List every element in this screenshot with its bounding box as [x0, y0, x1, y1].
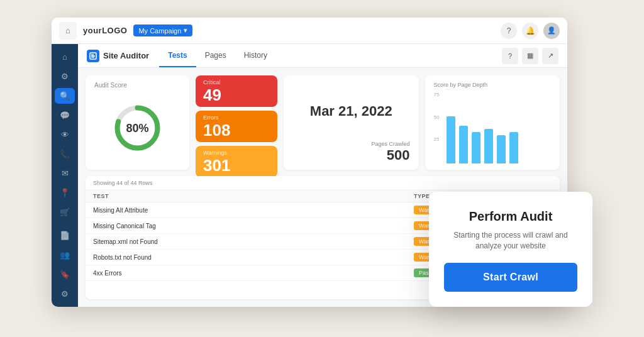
bar-rect-2 — [459, 126, 468, 163]
errors-tile: Errors 108 — [196, 111, 277, 142]
bar-rect-5 — [497, 135, 506, 163]
sidebar-item-home[interactable]: ⌂ — [55, 49, 75, 65]
row-1-test: Missing Alt Attribute — [93, 207, 414, 214]
site-auditor-icon — [87, 50, 99, 62]
sub-nav-tabs: Tests Pages History — [159, 44, 276, 67]
notifications-button[interactable]: 🔔 — [522, 23, 538, 39]
sidebar-item-search[interactable]: 🔍 — [55, 88, 75, 104]
grid-action-button[interactable]: ▦ — [522, 48, 538, 64]
campaign-label: My Campaign — [138, 27, 181, 35]
home-nav-icon: ⌂ — [62, 52, 67, 62]
chat-nav-icon: 💬 — [60, 111, 70, 120]
chart-title: Score by Page Depth — [434, 82, 552, 88]
sidebar-item-chat[interactable]: 💬 — [55, 108, 75, 123]
bar-rect-3 — [472, 132, 480, 163]
metric-tiles: Critical 49 Errors 108 Warnings 301 — [196, 75, 277, 170]
sub-nav-actions: ? ▦ ↗ — [502, 48, 558, 64]
sidebar-item-mail[interactable]: ✉ — [55, 166, 75, 182]
users-nav-icon: 👥 — [60, 250, 70, 260]
screenshot-wrapper: ⌂ yourLOGO My Campaign ▾ ? 🔔 👤 — [52, 18, 592, 319]
perform-audit-title: Perform Audit — [469, 209, 553, 224]
warnings-label: Warnings — [203, 150, 270, 156]
search-nav-icon: 🔍 — [60, 91, 70, 101]
bar-5 — [497, 135, 506, 163]
tab-history[interactable]: History — [235, 44, 276, 67]
location-nav-icon: 📍 — [60, 188, 70, 197]
help-icon: ? — [507, 26, 511, 35]
sidebar-item-settings[interactable]: ⚙ — [55, 69, 75, 84]
chart-y-labels: 75 50 25 — [434, 92, 442, 142]
pages-crawled: Pages Crawled 500 — [292, 141, 410, 163]
mail-nav-icon: ✉ — [62, 168, 69, 178]
cart-nav-icon: 🛒 — [60, 207, 70, 217]
bar-rect-4 — [484, 129, 493, 163]
errors-label: Errors — [203, 114, 270, 121]
critical-label: Critical — [203, 79, 270, 86]
sub-nav-title: Site Auditor — [103, 51, 149, 60]
row-4-test: Robots.txt not Found — [93, 254, 414, 261]
file-nav-icon: 📄 — [60, 231, 70, 240]
sidebar-item-gear[interactable]: ⚙ — [55, 286, 75, 302]
bar-rect-1 — [447, 116, 455, 163]
share-action-button[interactable]: ↗ — [542, 48, 558, 64]
phone-nav-icon: 📞 — [60, 150, 70, 159]
eye-nav-icon: 👁 — [61, 130, 69, 140]
help-action-button[interactable]: ? — [502, 48, 518, 64]
auditor-svg — [89, 52, 97, 60]
tab-tests[interactable]: Tests — [159, 44, 196, 67]
sidebar-item-users[interactable]: 👥 — [55, 247, 75, 263]
bar-rect-6 — [509, 132, 518, 163]
audit-score-card: Audit Score 80% — [86, 75, 189, 170]
sidebar-item-cart[interactable]: 🛒 — [55, 204, 75, 220]
sidebar-item-file[interactable]: 📄 — [55, 228, 75, 243]
sidebar: ⌂ ⚙ 🔍 💬 👁 📞 ✉ 📍 🛒 📄 👥 🔖 ⚙ — [52, 44, 78, 307]
bar-3 — [472, 132, 480, 163]
warnings-value: 301 — [203, 157, 270, 174]
bar-1 — [447, 116, 455, 163]
gear-nav-icon: ⚙ — [61, 289, 69, 299]
errors-value: 108 — [203, 122, 270, 138]
row-2-test: Missing Canonical Tag — [93, 223, 414, 229]
row-5-test: 4xx Errors — [93, 270, 414, 277]
y-label-50: 50 — [434, 114, 440, 120]
col-test: TEST — [93, 193, 414, 199]
help-button[interactable]: ? — [501, 23, 517, 39]
bar-6 — [509, 132, 518, 163]
bookmark-nav-icon: 🔖 — [60, 270, 70, 279]
date-pages-card: Mar 21, 2022 Pages Crawled 500 — [284, 75, 419, 170]
chevron-down-icon: ▾ — [184, 26, 187, 35]
audit-score-label: Audit Score — [94, 82, 127, 89]
pages-crawled-label: Pages Crawled — [371, 141, 409, 147]
perform-audit-subtitle: Starting the process will crawl and anal… — [444, 230, 577, 251]
avatar[interactable]: 👤 — [543, 23, 560, 39]
bar-chart — [444, 92, 551, 163]
y-label-75: 75 — [434, 92, 440, 97]
start-crawl-button[interactable]: Start Crawl — [444, 263, 577, 292]
stats-row: Audit Score 80% — [86, 75, 560, 170]
bar-4 — [484, 129, 493, 163]
bar-2 — [459, 126, 468, 163]
tab-pages[interactable]: Pages — [196, 44, 235, 67]
donut-chart: 80% — [111, 101, 164, 155]
pages-crawled-value: 500 — [387, 147, 410, 163]
table-showing-label: Showing 44 of 44 Rows — [86, 176, 560, 191]
perform-audit-card: Perform Audit Starting the process will … — [429, 192, 592, 307]
top-bar: ⌂ yourLOGO My Campaign ▾ ? 🔔 👤 — [52, 18, 567, 44]
campaign-selector[interactable]: My Campaign ▾ — [133, 25, 192, 36]
chart-card: Score by Page Depth 75 50 25 — [425, 75, 560, 170]
sidebar-item-phone[interactable]: 📞 — [55, 146, 75, 162]
critical-tile: Critical 49 — [196, 75, 277, 107]
critical-value: 49 — [203, 87, 270, 103]
sidebar-item-bookmark[interactable]: 🔖 — [55, 267, 75, 282]
sidebar-item-location[interactable]: 📍 — [55, 185, 75, 201]
sidebar-item-eye[interactable]: 👁 — [55, 127, 75, 143]
date-display: Mar 21, 2022 — [292, 82, 410, 141]
avatar-icon: 👤 — [547, 26, 556, 35]
row-3-test: Sitemap.xml not Found — [93, 238, 414, 245]
home-button[interactable]: ⌂ — [59, 22, 77, 40]
top-bar-actions: ? 🔔 👤 — [501, 23, 560, 39]
donut-value: 80% — [126, 121, 148, 135]
home-icon: ⌂ — [65, 26, 70, 35]
warnings-tile: Warnings 301 — [196, 146, 277, 177]
site-auditor-logo: Site Auditor — [87, 50, 149, 62]
